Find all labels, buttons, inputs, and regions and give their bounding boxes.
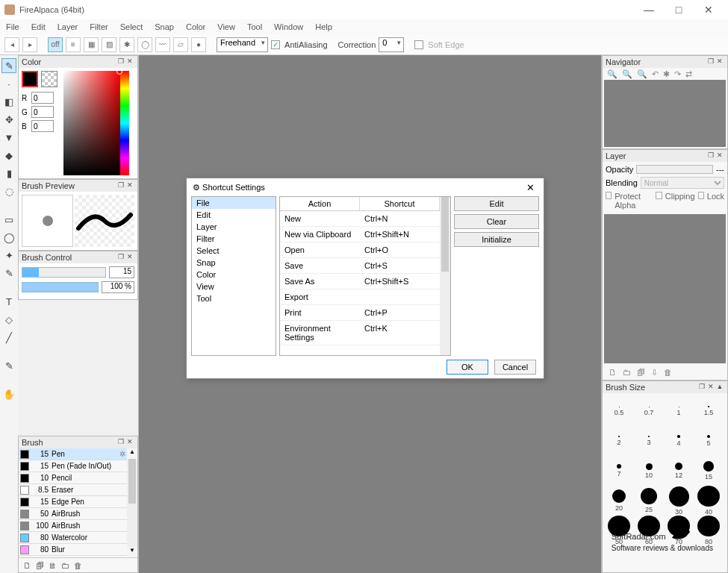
close-icon[interactable]: ✕ <box>125 181 134 190</box>
brush-item[interactable]: 50AirBrush <box>19 508 127 520</box>
table-row[interactable]: New via ClipboardCtrl+Shift+N <box>280 227 440 242</box>
brush-size-cell[interactable]: 0.7 <box>634 396 664 426</box>
navigator-view[interactable] <box>604 80 726 147</box>
clipping-checkbox[interactable] <box>656 192 662 199</box>
select-tool-icon[interactable]: ◌ <box>1 184 16 198</box>
divide-tool-icon[interactable]: ╱ <box>1 330 16 345</box>
category-item[interactable]: Select <box>192 245 276 257</box>
color-picker[interactable] <box>63 71 129 175</box>
brush-tool-icon[interactable]: ✎ <box>1 58 16 73</box>
snap-circle-icon[interactable]: ◯ <box>137 37 152 52</box>
background-swatch[interactable] <box>41 71 57 87</box>
close-button[interactable]: ✕ <box>694 0 724 19</box>
menu-edit[interactable]: Edit <box>28 21 49 33</box>
layer-list[interactable] <box>604 214 726 363</box>
text-tool-icon[interactable]: T <box>1 294 16 309</box>
brush-size-cell[interactable]: 1.5 <box>694 396 724 426</box>
undock-icon[interactable]: ❐ <box>116 57 125 66</box>
brush-list-scrollbar[interactable]: ▲▼ <box>127 448 137 557</box>
brush-size-cell[interactable]: 1 <box>664 396 694 426</box>
brush-size-cell[interactable]: 15 <box>694 456 724 486</box>
clear-button[interactable]: Clear <box>454 214 539 229</box>
ok-button[interactable]: OK <box>447 360 488 375</box>
brush-size-cell[interactable]: 40 <box>694 486 724 516</box>
protect-checkbox[interactable] <box>606 192 612 199</box>
redo-icon[interactable]: ▸ <box>22 37 37 52</box>
menu-filter[interactable]: Filter <box>87 21 111 33</box>
close-icon[interactable]: ✕ <box>715 151 724 160</box>
lasso-select-icon[interactable]: ◯ <box>1 230 16 245</box>
zoom-in-icon[interactable]: 🔍 <box>607 69 617 77</box>
undock-icon[interactable]: ❐ <box>116 438 125 447</box>
brush-item[interactable]: 8.5Eraser <box>19 484 127 496</box>
menu-file[interactable]: File <box>3 21 22 33</box>
close-icon[interactable]: ✕ <box>125 57 134 66</box>
table-row[interactable]: Save AsCtrl+Shift+S <box>280 274 440 289</box>
undock-icon[interactable]: ❐ <box>706 151 715 160</box>
table-row[interactable]: Environment SettingsCtrl+K <box>280 321 440 345</box>
table-row[interactable]: NewCtrl+N <box>280 211 440 227</box>
shape-tool-icon[interactable]: ◇ <box>1 312 16 327</box>
undock-icon[interactable]: ❐ <box>697 383 706 392</box>
brush-size-cell[interactable]: 20 <box>604 486 634 516</box>
script-brush-icon[interactable]: 🗎 <box>49 561 57 570</box>
category-item[interactable]: Edit <box>192 209 276 221</box>
gear-icon[interactable]: ✲ <box>119 450 125 458</box>
pen-select-icon[interactable]: ✎ <box>1 266 16 281</box>
category-item[interactable]: File <box>192 197 276 209</box>
close-icon[interactable]: ✕ <box>706 383 715 392</box>
new-folder-icon[interactable]: 🗀 <box>623 368 631 377</box>
menu-view[interactable]: View <box>214 21 238 33</box>
undock-icon[interactable]: ❐ <box>706 57 715 66</box>
new-layer-icon[interactable]: 🗋 <box>609 368 617 377</box>
edit-button[interactable]: Edit <box>454 196 539 211</box>
add-brush-icon[interactable]: 🗋 <box>23 561 31 570</box>
rotate-reset-icon[interactable]: ✱ <box>663 69 670 77</box>
category-item[interactable]: Snap <box>192 257 276 269</box>
merge-layer-icon[interactable]: ⇩ <box>651 368 658 378</box>
close-icon[interactable]: ✕ <box>125 253 134 262</box>
rect-select-icon[interactable]: ▭ <box>1 212 16 227</box>
category-item[interactable]: Layer <box>192 221 276 233</box>
opacity-value[interactable]: 100 % <box>102 281 134 293</box>
opacity-slider[interactable] <box>22 282 99 292</box>
menu-tool[interactable]: Tool <box>244 21 265 33</box>
folder-brush-icon[interactable]: 🗀 <box>61 561 69 570</box>
lock-checkbox[interactable] <box>698 192 704 199</box>
brush-size-cell[interactable]: 10 <box>634 456 664 486</box>
category-item[interactable]: Color <box>192 269 276 281</box>
brush-size-cell[interactable]: 5 <box>694 426 724 456</box>
brush-item[interactable]: 80Blur <box>19 544 127 556</box>
undo-icon[interactable]: ◂ <box>4 37 19 52</box>
category-item[interactable]: Tool <box>192 292 276 304</box>
category-item[interactable]: Filter <box>192 233 276 245</box>
brush-size-cell[interactable]: 0.5 <box>604 396 634 426</box>
snap-off-icon[interactable]: off <box>48 37 63 52</box>
brush-size-cell[interactable]: 4 <box>664 426 694 456</box>
gradient-tool-icon[interactable]: ▮ <box>1 166 16 181</box>
brush-item[interactable]: 10Pencil <box>19 472 127 484</box>
col-action[interactable]: Action <box>280 197 360 210</box>
brush-size-cell[interactable]: 25 <box>634 486 664 516</box>
menu-select[interactable]: Select <box>117 21 146 33</box>
table-scrollbar[interactable] <box>440 197 450 355</box>
brush-size-cell[interactable]: 3 <box>634 426 664 456</box>
softedge-checkbox[interactable] <box>414 40 423 49</box>
blending-select[interactable]: Normal <box>641 177 724 189</box>
zoom-out-icon[interactable]: 🔍 <box>622 69 632 77</box>
brush-item[interactable]: 80Watercolor <box>19 532 127 544</box>
snap-settings-icon[interactable]: ● <box>191 37 206 52</box>
menu-window[interactable]: Window <box>271 21 306 33</box>
brush-size-cell[interactable]: 60 <box>634 516 664 545</box>
delete-brush-icon[interactable]: 🗑 <box>74 561 82 570</box>
undock-icon[interactable]: ❐ <box>116 181 125 190</box>
layer-opacity-slider[interactable] <box>636 165 713 174</box>
rotate-right-icon[interactable]: ↷ <box>674 69 681 77</box>
brush-size-cell[interactable]: 2 <box>604 426 634 456</box>
fill-tool-icon[interactable]: ▼ <box>1 130 16 145</box>
r-input[interactable] <box>31 92 54 104</box>
foreground-swatch[interactable] <box>22 71 38 87</box>
brush-item[interactable]: 15Pen✲ <box>19 448 127 460</box>
snap-curve-icon[interactable]: 〰 <box>155 37 170 52</box>
snap-vanish-icon[interactable]: ▱ <box>173 37 188 52</box>
